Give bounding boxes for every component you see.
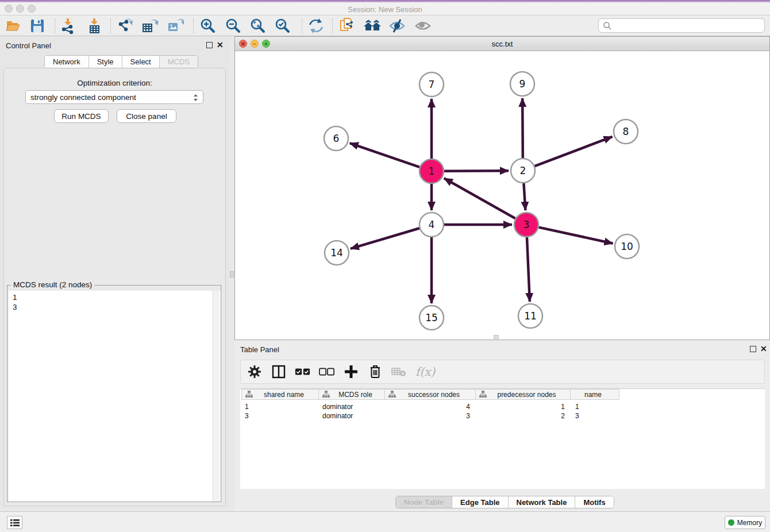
network-window-titlebar[interactable]: ✕ − + scc.txt bbox=[235, 37, 769, 51]
edge-2-9[interactable] bbox=[522, 98, 523, 158]
toolbar-separator bbox=[193, 18, 194, 33]
delete-table-icon[interactable] bbox=[391, 364, 407, 380]
save-icon[interactable] bbox=[27, 17, 48, 34]
search-input[interactable] bbox=[612, 22, 764, 30]
edge-3-10[interactable] bbox=[538, 228, 613, 244]
mcds-result-title: MCDS result (2 nodes) bbox=[11, 280, 94, 289]
status-bar: Memory bbox=[0, 511, 770, 532]
edge-4-14[interactable] bbox=[351, 228, 419, 249]
close-panel-button[interactable]: Close panel bbox=[117, 109, 176, 123]
cell-predecessor-nodes[interactable]: 1 bbox=[476, 403, 565, 412]
control-panel: Control Panel ✕ Network Style Select MCD… bbox=[0, 36, 229, 508]
mcds-result-text[interactable]: 1 3 bbox=[9, 291, 221, 502]
delete-column-icon[interactable] bbox=[367, 364, 383, 380]
control-panel-title: Control Panel bbox=[6, 41, 51, 50]
memory-status-icon bbox=[728, 519, 734, 526]
node-label-15: 15 bbox=[425, 312, 438, 323]
close-panel-icon[interactable]: ✕ bbox=[217, 40, 224, 49]
hierarchy-icon bbox=[245, 390, 253, 399]
panel-splitter-handle[interactable] bbox=[230, 271, 234, 277]
result-scrollbar[interactable] bbox=[213, 291, 220, 502]
main-toolbar bbox=[0, 16, 770, 36]
export-table-icon[interactable] bbox=[140, 17, 160, 34]
zoom-selected-icon[interactable] bbox=[272, 17, 293, 34]
cell-successor-nodes[interactable]: 3 bbox=[385, 412, 470, 421]
edge-3-1[interactable] bbox=[444, 178, 515, 218]
control-panel-tabs: Network Style Select MCDS bbox=[44, 55, 198, 68]
hierarchy-icon bbox=[322, 390, 330, 399]
cell-shared-name[interactable]: 1 bbox=[245, 403, 314, 412]
export-image-icon[interactable] bbox=[165, 17, 186, 34]
node-label-9: 9 bbox=[519, 78, 526, 90]
column-header-mcds-role[interactable]: MCDS role bbox=[319, 389, 385, 400]
import-table-icon[interactable] bbox=[84, 17, 105, 34]
table-type-tabs: Node Table Edge Table Network Table Moti… bbox=[395, 496, 614, 508]
node-label-10: 10 bbox=[621, 241, 633, 252]
cell-shared-name[interactable]: 3 bbox=[245, 412, 314, 421]
zoom-fit-icon[interactable] bbox=[248, 17, 268, 34]
column-header-successor-nodes[interactable]: successor nodes bbox=[385, 389, 476, 400]
control-panel-header: Control Panel ✕ bbox=[0, 36, 229, 55]
toolbar-separator bbox=[302, 18, 302, 33]
tab-node-table[interactable]: Node Table bbox=[396, 496, 452, 508]
edge-1-6[interactable] bbox=[350, 143, 420, 167]
deselect-all-icon[interactable] bbox=[319, 364, 335, 380]
tab-network-table[interactable]: Network Table bbox=[509, 496, 576, 508]
tab-edge-table[interactable]: Edge Table bbox=[452, 496, 508, 508]
float-table-panel-icon[interactable] bbox=[750, 346, 756, 352]
table-panel: Table Panel ✕ f(x) shared name bbox=[234, 340, 770, 511]
node-label-6: 6 bbox=[333, 133, 340, 144]
add-column-icon[interactable] bbox=[343, 364, 359, 380]
duplicate-network-icon[interactable] bbox=[337, 17, 357, 34]
column-header-predecessor-nodes[interactable]: predecessor nodes bbox=[476, 389, 571, 400]
network-graph-canvas[interactable]: 7968124314101511 bbox=[235, 51, 769, 340]
cell-predecessor-nodes[interactable]: 2 bbox=[476, 412, 565, 421]
toolbar-separator bbox=[332, 18, 333, 33]
tab-network[interactable]: Network bbox=[45, 56, 89, 68]
tab-motifs[interactable]: Motifs bbox=[575, 496, 613, 508]
select-all-icon[interactable] bbox=[295, 364, 311, 380]
table-panel-title: Table Panel bbox=[240, 345, 279, 354]
edge-3-11[interactable] bbox=[527, 237, 530, 302]
cell-name[interactable]: 3 bbox=[575, 412, 615, 421]
optimization-criterion-select[interactable]: strongly connected component bbox=[25, 90, 203, 104]
network-scrollbar-nub[interactable] bbox=[494, 335, 499, 339]
zoom-in-icon[interactable] bbox=[198, 17, 218, 34]
open-folder-icon[interactable] bbox=[3, 17, 24, 34]
cell-successor-nodes[interactable]: 4 bbox=[385, 403, 470, 412]
memory-button[interactable]: Memory bbox=[725, 516, 765, 529]
edge-2-3[interactable] bbox=[523, 183, 525, 210]
float-panel-icon[interactable] bbox=[206, 42, 213, 48]
node-label-7: 7 bbox=[429, 79, 435, 90]
edge-2-8[interactable] bbox=[535, 137, 613, 166]
cell-mcds-role[interactable]: dominator bbox=[322, 403, 383, 412]
task-history-button[interactable] bbox=[7, 516, 22, 529]
home-navigation-icon[interactable] bbox=[362, 17, 383, 34]
table-settings-gear-icon[interactable] bbox=[247, 364, 263, 380]
node-label-1: 1 bbox=[429, 165, 435, 177]
cell-mcds-role[interactable]: dominator bbox=[322, 412, 383, 421]
tab-select[interactable]: Select bbox=[122, 56, 160, 68]
cell-name[interactable]: 1 bbox=[575, 403, 615, 412]
show-columns-icon[interactable] bbox=[271, 364, 287, 380]
tab-style[interactable]: Style bbox=[89, 56, 122, 68]
memory-label: Memory bbox=[737, 519, 762, 527]
zoom-out-icon[interactable] bbox=[223, 17, 244, 34]
hide-eye-icon[interactable] bbox=[387, 17, 407, 34]
show-eye-icon[interactable] bbox=[413, 17, 433, 34]
column-header-name[interactable]: name bbox=[571, 389, 619, 400]
network-window-title: scc.txt bbox=[235, 40, 769, 48]
import-network-icon[interactable] bbox=[57, 17, 78, 34]
export-network-icon[interactable] bbox=[115, 17, 136, 34]
node-label-4: 4 bbox=[429, 219, 435, 230]
column-header-shared-name[interactable]: shared name bbox=[241, 389, 319, 400]
edge-1-2[interactable] bbox=[444, 171, 509, 171]
function-builder-icon[interactable]: f(x) bbox=[415, 365, 435, 379]
table-header-row: shared name MCDS role successor nodes pr… bbox=[240, 389, 765, 400]
refresh-layout-icon[interactable] bbox=[306, 17, 326, 34]
run-mcds-button[interactable]: Run MCDS bbox=[54, 109, 109, 123]
close-table-panel-icon[interactable]: ✕ bbox=[760, 344, 767, 353]
tab-mcds[interactable]: MCDS bbox=[160, 56, 198, 68]
hierarchy-icon bbox=[388, 390, 396, 399]
search-field[interactable] bbox=[598, 18, 765, 33]
